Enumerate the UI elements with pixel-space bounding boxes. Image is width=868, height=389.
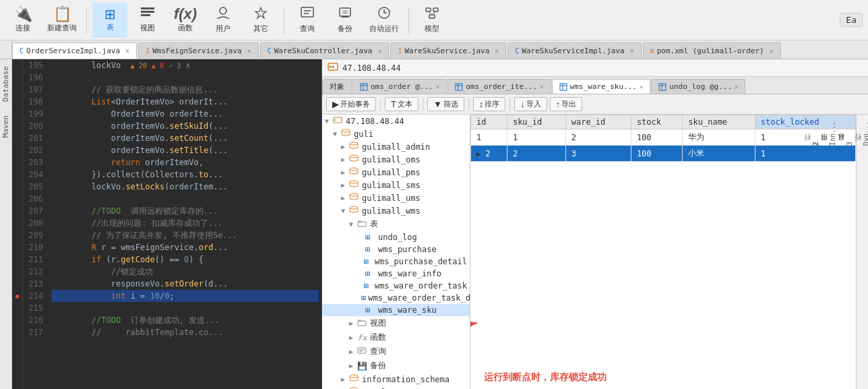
tree-gulimall-sms[interactable]: ▶ gulimall_sms <box>322 179 470 191</box>
func-btn[interactable]: f(x) 函数 <box>168 3 203 38</box>
tab-pomxml[interactable]: m pom.xml (gulimall-order) × <box>643 42 781 59</box>
tree-mysql[interactable]: ▶ mysql <box>322 386 470 389</box>
svg-point-33 <box>342 129 350 132</box>
col-ware-id[interactable]: ware_id <box>565 115 631 129</box>
filter-btn[interactable]: ▼ 筛选 <box>427 97 464 111</box>
annotation-container: 运行到断点时，库存锁定成功 <box>470 363 856 389</box>
tables-folder-icon <box>357 219 368 229</box>
gutter-213 <box>12 278 22 290</box>
tab-wareskucontroller[interactable]: C WareSkuController.java × <box>260 42 390 59</box>
table-row-selected[interactable]: ▶ 2 2 3 100 小米 1 <box>471 146 856 162</box>
col-id[interactable]: id <box>471 115 507 129</box>
tab-wareskuserviceimpl[interactable]: C WareSkuServiceImpl.java × <box>507 42 641 59</box>
tree-information-schema[interactable]: ▶ information_schema <box>322 373 470 386</box>
tree-wms-ware-sku[interactable]: ⊞ wms_ware_sku <box>322 304 470 316</box>
tree-backup-folder[interactable]: ▶ 💾 备份 <box>322 359 470 373</box>
tab-orderserviceimpl[interactable]: C OrderServiceImpl.java × <box>12 42 137 59</box>
tree-guli[interactable]: ▼ guli <box>322 127 470 140</box>
autorun-btn[interactable]: 自动运行 <box>365 3 403 38</box>
tree-tables-folder[interactable]: ▼ 表 <box>322 217 470 231</box>
tree-gulimall-admin[interactable]: ▶ gulimall_admin <box>322 140 470 153</box>
db-tab-close-1[interactable]: × <box>436 84 439 90</box>
tree-gulimall-pms[interactable]: ▶ gulimall_pms <box>322 166 470 179</box>
tree-gulimall-wms[interactable]: ▼ gulimall_wms <box>322 204 470 217</box>
tree-undo-log[interactable]: ⊞ undo_log <box>322 231 470 243</box>
db-tab-close-3[interactable]: × <box>640 84 643 90</box>
col-sku-name[interactable]: sku_name <box>683 115 755 129</box>
tab-wareskuservice[interactable]: I WareSkuService.java × <box>390 42 506 59</box>
model-icon <box>425 6 439 22</box>
user-btn[interactable]: 用户 <box>206 3 241 38</box>
table-icon-order-task-det: ⊞ <box>361 293 366 303</box>
connect-btn[interactable]: 🔌 连接 <box>5 3 40 38</box>
tab-close-4[interactable]: × <box>630 47 634 55</box>
export-btn[interactable]: ↑ 导出 <box>550 97 583 111</box>
db-tab-close-2[interactable]: × <box>540 84 543 90</box>
svg-rect-28 <box>659 84 666 90</box>
tree-queries-folder[interactable]: ▶ 查询 <box>322 345 470 359</box>
db-tab-object[interactable]: 对象 <box>322 79 352 94</box>
tree-connection[interactable]: ▼ 47.108.48.44 <box>322 115 470 127</box>
table-btn[interactable]: ⊞ 表 <box>92 3 127 38</box>
model-btn[interactable]: 模型 <box>414 3 450 38</box>
tree-label: wms_ware_order_task_det... <box>368 293 470 303</box>
database-label: Database <box>1 66 10 102</box>
gutter-212 <box>12 266 22 278</box>
divider-3 <box>408 7 409 34</box>
gutter-206 <box>12 193 22 205</box>
code-content[interactable]: lockVo ▲ 20 ▲ 8 ✓ 3 ∧ // 获取要锁定的商品数据信息...… <box>49 59 321 389</box>
gutter-209 <box>12 229 22 241</box>
tree-label: wms_ware_order_task <box>375 281 467 291</box>
tree-label: gulimall_wms <box>362 206 421 216</box>
backup-btn[interactable]: 备份 <box>328 3 363 38</box>
import-btn[interactable]: ↓ 导入 <box>514 97 547 111</box>
new-query-btn[interactable]: 📋 新建查询 <box>43 3 81 38</box>
svg-rect-0 <box>141 7 154 9</box>
tree-label: 表 <box>370 218 378 230</box>
data-table-wrapper[interactable]: id sku_id ware_id stock sku_name stock_l… <box>470 115 856 363</box>
col-stock[interactable]: stock <box>631 115 682 129</box>
tree-wms-ware-order-task[interactable]: ⊞ wms_ware_order_task <box>322 280 470 292</box>
other-btn[interactable]: 其它 <box>243 3 278 38</box>
table-row[interactable]: 1 1 2 100 华为 1 <box>471 129 856 146</box>
svg-rect-43 <box>358 320 361 322</box>
tab-close-1[interactable]: × <box>247 47 251 55</box>
tree-funcs-folder[interactable]: ▶ fx 函数 <box>322 330 470 345</box>
tab-close-0[interactable]: × <box>125 47 129 55</box>
sidebar-item-inn: Inn... <box>829 121 836 146</box>
sort-btn[interactable]: ↕ 排序 <box>473 97 506 111</box>
db-tab-close-4[interactable]: × <box>735 84 738 90</box>
tab-close-3[interactable]: × <box>495 47 499 55</box>
tree-wms-purchase-detail[interactable]: ⊞ wms_purchase_detail <box>322 256 470 268</box>
table-small-icon3 <box>559 83 567 91</box>
tab-close-2[interactable]: × <box>377 47 381 55</box>
table-icon: ⊞ <box>104 7 116 21</box>
line-197: // 获取要锁定的商品数据信息... <box>51 84 319 96</box>
gutter-203 <box>12 156 22 169</box>
start-transaction-btn[interactable]: ▶ 开始事务 <box>326 97 376 111</box>
funcs-folder-icon: fx <box>357 333 368 342</box>
tree-wms-purchase[interactable]: ⊞ wms_purchase <box>322 243 470 256</box>
tree-views-folder[interactable]: ▶ 视图 <box>322 316 470 330</box>
ea-badge[interactable]: Ea <box>840 13 863 27</box>
db-tab-undo-log[interactable]: undo_log @g... × <box>651 79 745 94</box>
text-btn[interactable]: T 文本 <box>385 97 418 111</box>
vert-panel-top <box>0 40 12 59</box>
gutter-205 <box>12 181 22 193</box>
view-btn[interactable]: 视图 <box>130 3 165 38</box>
tree-wms-ware-info[interactable]: ⊞ wms_ware_info <box>322 268 470 280</box>
col-sku-id[interactable]: sku_id <box>507 115 565 129</box>
tab-wmsfeignservice[interactable]: I WmsFeignService.java × <box>138 42 259 59</box>
db-tab-oms-order[interactable]: oms_order @... × <box>352 79 447 94</box>
vert-side-panel[interactable]: Database Maven <box>0 59 12 389</box>
line-202: orderItemVo.setTitle(... <box>51 144 319 156</box>
db-tab-wms-ware-sku[interactable]: wms_ware_sku... × <box>552 79 651 94</box>
db-tab-oms-order-ite[interactable]: oms_order_ite... × <box>447 79 551 94</box>
tree-gulimall-ums[interactable]: ▶ gulimall_ums <box>322 191 470 204</box>
tree-gulimall-oms[interactable]: ▶ gulimall_oms <box>322 153 470 166</box>
tree-wms-ware-order-task-det[interactable]: ⊞ wms_ware_order_task_det... <box>322 292 470 304</box>
autorun-icon <box>377 6 392 22</box>
tab-close-5[interactable]: × <box>770 47 774 55</box>
line-201: orderItemVo.setCount(... <box>51 132 319 144</box>
query-btn[interactable]: 查询 <box>290 3 325 38</box>
